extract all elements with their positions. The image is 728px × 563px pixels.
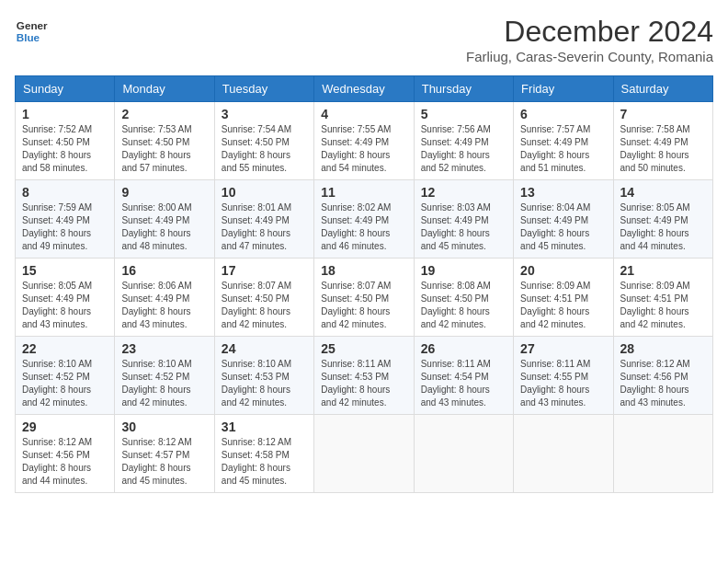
calendar-cell: 1Sunrise: 7:52 AMSunset: 4:50 PMDaylight… bbox=[16, 102, 115, 180]
day-info: Sunrise: 8:12 AMSunset: 4:56 PMDaylight:… bbox=[22, 436, 108, 488]
day-info: Sunrise: 8:05 AMSunset: 4:49 PMDaylight:… bbox=[22, 280, 108, 331]
title-area: December 2024 Farliug, Caras-Severin Cou… bbox=[466, 15, 713, 64]
day-number: 26 bbox=[421, 341, 506, 356]
day-info: Sunrise: 8:12 AMSunset: 4:58 PMDaylight:… bbox=[222, 436, 307, 488]
calendar-cell: 25Sunrise: 8:11 AMSunset: 4:53 PMDayligh… bbox=[314, 337, 414, 415]
day-number: 18 bbox=[321, 263, 406, 278]
calendar-cell: 24Sunrise: 8:10 AMSunset: 4:53 PMDayligh… bbox=[214, 337, 313, 415]
calendar-cell: 9Sunrise: 8:00 AMSunset: 4:49 PMDaylight… bbox=[115, 180, 214, 259]
calendar: SundayMondayTuesdayWednesdayThursdayFrid… bbox=[15, 75, 713, 493]
day-info: Sunrise: 8:11 AMSunset: 4:53 PMDaylight:… bbox=[321, 358, 406, 409]
day-info: Sunrise: 7:53 AMSunset: 4:50 PMDaylight:… bbox=[121, 123, 207, 175]
day-number: 31 bbox=[222, 419, 307, 434]
week-row-5: 29Sunrise: 8:12 AMSunset: 4:56 PMDayligh… bbox=[16, 415, 713, 493]
day-info: Sunrise: 7:58 AMSunset: 4:49 PMDaylight:… bbox=[620, 123, 706, 175]
day-number: 7 bbox=[620, 107, 706, 121]
header: General Blue December 2024 Farliug, Cara… bbox=[15, 15, 713, 64]
calendar-cell: 19Sunrise: 8:08 AMSunset: 4:50 PMDayligh… bbox=[414, 259, 513, 337]
calendar-cell: 13Sunrise: 8:04 AMSunset: 4:49 PMDayligh… bbox=[514, 180, 613, 259]
day-number: 25 bbox=[321, 341, 406, 356]
calendar-cell: 3Sunrise: 7:54 AMSunset: 4:50 PMDaylight… bbox=[214, 102, 313, 180]
day-info: Sunrise: 8:03 AMSunset: 4:49 PMDaylight:… bbox=[421, 201, 506, 253]
logo: General Blue bbox=[15, 15, 48, 48]
calendar-cell: 4Sunrise: 7:55 AMSunset: 4:49 PMDaylight… bbox=[314, 102, 414, 180]
day-of-week-thursday: Thursday bbox=[414, 76, 513, 102]
calendar-cell: 22Sunrise: 8:10 AMSunset: 4:52 PMDayligh… bbox=[16, 337, 115, 415]
day-number: 30 bbox=[121, 419, 207, 434]
day-number: 14 bbox=[620, 185, 706, 200]
day-number: 6 bbox=[520, 107, 606, 121]
calendar-cell: 11Sunrise: 8:02 AMSunset: 4:49 PMDayligh… bbox=[314, 180, 414, 259]
day-info: Sunrise: 7:56 AMSunset: 4:49 PMDaylight:… bbox=[421, 123, 506, 175]
day-info: Sunrise: 8:00 AMSunset: 4:49 PMDaylight:… bbox=[121, 201, 207, 253]
day-info: Sunrise: 8:01 AMSunset: 4:49 PMDaylight:… bbox=[222, 201, 307, 253]
week-row-2: 8Sunrise: 7:59 AMSunset: 4:49 PMDaylight… bbox=[16, 180, 713, 259]
day-info: Sunrise: 7:55 AMSunset: 4:49 PMDaylight:… bbox=[321, 123, 406, 175]
day-number: 16 bbox=[121, 263, 207, 278]
calendar-cell: 8Sunrise: 7:59 AMSunset: 4:49 PMDaylight… bbox=[16, 180, 115, 259]
day-info: Sunrise: 8:05 AMSunset: 4:49 PMDaylight:… bbox=[620, 201, 706, 253]
day-number: 12 bbox=[421, 185, 506, 200]
day-info: Sunrise: 8:11 AMSunset: 4:54 PMDaylight:… bbox=[421, 358, 506, 409]
day-of-week-saturday: Saturday bbox=[613, 76, 712, 102]
day-number: 8 bbox=[22, 185, 108, 200]
day-number: 23 bbox=[121, 341, 207, 356]
day-number: 29 bbox=[22, 419, 108, 434]
subtitle: Farliug, Caras-Severin County, Romania bbox=[466, 49, 713, 64]
day-info: Sunrise: 8:02 AMSunset: 4:49 PMDaylight:… bbox=[321, 201, 406, 253]
day-info: Sunrise: 7:54 AMSunset: 4:50 PMDaylight:… bbox=[222, 123, 307, 175]
day-info: Sunrise: 8:10 AMSunset: 4:52 PMDaylight:… bbox=[22, 358, 108, 409]
calendar-cell: 27Sunrise: 8:11 AMSunset: 4:55 PMDayligh… bbox=[514, 337, 613, 415]
week-row-3: 15Sunrise: 8:05 AMSunset: 4:49 PMDayligh… bbox=[16, 259, 713, 337]
day-number: 11 bbox=[321, 185, 406, 200]
calendar-cell bbox=[314, 415, 414, 493]
day-number: 9 bbox=[121, 185, 207, 200]
day-of-week-tuesday: Tuesday bbox=[214, 76, 313, 102]
day-number: 22 bbox=[22, 341, 108, 356]
day-number: 15 bbox=[22, 263, 108, 278]
day-number: 20 bbox=[520, 263, 606, 278]
calendar-cell: 10Sunrise: 8:01 AMSunset: 4:49 PMDayligh… bbox=[214, 180, 313, 259]
week-row-4: 22Sunrise: 8:10 AMSunset: 4:52 PMDayligh… bbox=[16, 337, 713, 415]
calendar-cell: 15Sunrise: 8:05 AMSunset: 4:49 PMDayligh… bbox=[16, 259, 115, 337]
day-info: Sunrise: 8:11 AMSunset: 4:55 PMDaylight:… bbox=[520, 358, 606, 409]
day-info: Sunrise: 7:57 AMSunset: 4:49 PMDaylight:… bbox=[520, 123, 606, 175]
main-title: December 2024 bbox=[466, 15, 713, 49]
day-info: Sunrise: 8:10 AMSunset: 4:52 PMDaylight:… bbox=[121, 358, 207, 409]
calendar-cell: 20Sunrise: 8:09 AMSunset: 4:51 PMDayligh… bbox=[514, 259, 613, 337]
calendar-cell: 16Sunrise: 8:06 AMSunset: 4:49 PMDayligh… bbox=[115, 259, 214, 337]
day-info: Sunrise: 8:12 AMSunset: 4:57 PMDaylight:… bbox=[121, 436, 207, 488]
calendar-cell: 26Sunrise: 8:11 AMSunset: 4:54 PMDayligh… bbox=[414, 337, 513, 415]
logo-icon: General Blue bbox=[15, 15, 48, 48]
day-number: 27 bbox=[520, 341, 606, 356]
calendar-cell: 2Sunrise: 7:53 AMSunset: 4:50 PMDaylight… bbox=[115, 102, 214, 180]
calendar-cell: 31Sunrise: 8:12 AMSunset: 4:58 PMDayligh… bbox=[214, 415, 313, 493]
day-number: 13 bbox=[520, 185, 606, 200]
day-number: 21 bbox=[620, 263, 706, 278]
day-info: Sunrise: 8:09 AMSunset: 4:51 PMDaylight:… bbox=[620, 280, 706, 331]
day-info: Sunrise: 8:06 AMSunset: 4:49 PMDaylight:… bbox=[121, 280, 207, 331]
day-info: Sunrise: 8:12 AMSunset: 4:56 PMDaylight:… bbox=[620, 358, 706, 409]
svg-text:Blue: Blue bbox=[17, 31, 40, 43]
day-of-week-sunday: Sunday bbox=[16, 76, 115, 102]
calendar-cell: 5Sunrise: 7:56 AMSunset: 4:49 PMDaylight… bbox=[414, 102, 513, 180]
day-number: 24 bbox=[222, 341, 307, 356]
week-row-1: 1Sunrise: 7:52 AMSunset: 4:50 PMDaylight… bbox=[16, 102, 713, 180]
day-number: 5 bbox=[421, 107, 506, 121]
day-of-week-friday: Friday bbox=[514, 76, 613, 102]
calendar-cell bbox=[613, 415, 712, 493]
day-number: 3 bbox=[222, 107, 307, 121]
calendar-cell: 21Sunrise: 8:09 AMSunset: 4:51 PMDayligh… bbox=[613, 259, 712, 337]
calendar-cell: 6Sunrise: 7:57 AMSunset: 4:49 PMDaylight… bbox=[514, 102, 613, 180]
day-number: 10 bbox=[222, 185, 307, 200]
calendar-cell: 29Sunrise: 8:12 AMSunset: 4:56 PMDayligh… bbox=[16, 415, 115, 493]
day-info: Sunrise: 8:07 AMSunset: 4:50 PMDaylight:… bbox=[321, 280, 406, 331]
calendar-cell: 17Sunrise: 8:07 AMSunset: 4:50 PMDayligh… bbox=[214, 259, 313, 337]
day-info: Sunrise: 8:08 AMSunset: 4:50 PMDaylight:… bbox=[421, 280, 506, 331]
day-of-week-wednesday: Wednesday bbox=[314, 76, 414, 102]
calendar-cell: 28Sunrise: 8:12 AMSunset: 4:56 PMDayligh… bbox=[613, 337, 712, 415]
calendar-cell bbox=[514, 415, 613, 493]
day-number: 1 bbox=[22, 107, 108, 121]
day-number: 2 bbox=[121, 107, 207, 121]
day-number: 17 bbox=[222, 263, 307, 278]
